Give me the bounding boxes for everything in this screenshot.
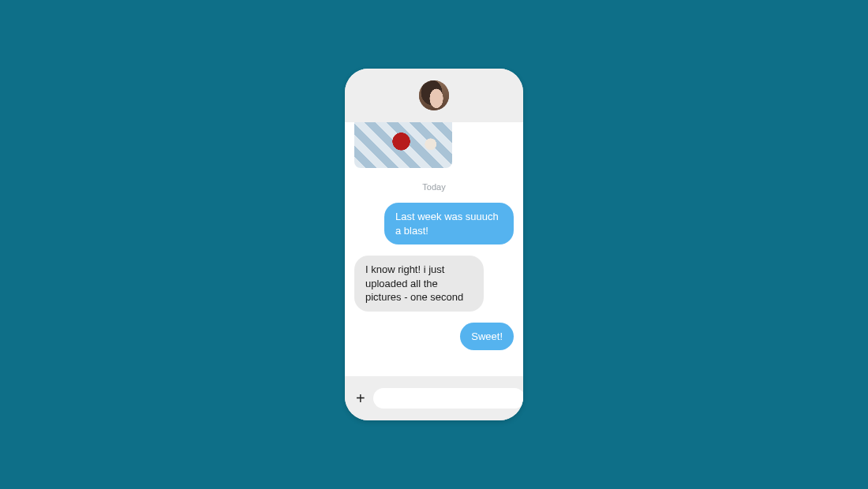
composer-bar: + — [345, 376, 523, 420]
message-input[interactable] — [373, 388, 523, 409]
contact-avatar[interactable] — [419, 80, 449, 110]
plus-icon[interactable]: + — [356, 390, 365, 406]
message-text: Sweet! — [471, 330, 503, 342]
message-text: I know right! i just uploaded all the pi… — [365, 263, 463, 303]
message-bubble-received[interactable]: I know right! i just uploaded all the pi… — [354, 256, 484, 312]
message-text: Last week was suuuch a blast! — [395, 211, 499, 237]
chat-app-frame: Today Last week was suuuch a blast! I kn… — [345, 69, 523, 420]
date-divider: Today — [354, 182, 514, 192]
message-bubble-sent[interactable]: Last week was suuuch a blast! — [384, 203, 514, 244]
image-message[interactable] — [354, 122, 452, 168]
message-bubble-sent[interactable]: Sweet! — [460, 323, 514, 351]
message-list[interactable]: Today Last week was suuuch a blast! I kn… — [345, 122, 523, 376]
chat-header — [345, 69, 523, 122]
